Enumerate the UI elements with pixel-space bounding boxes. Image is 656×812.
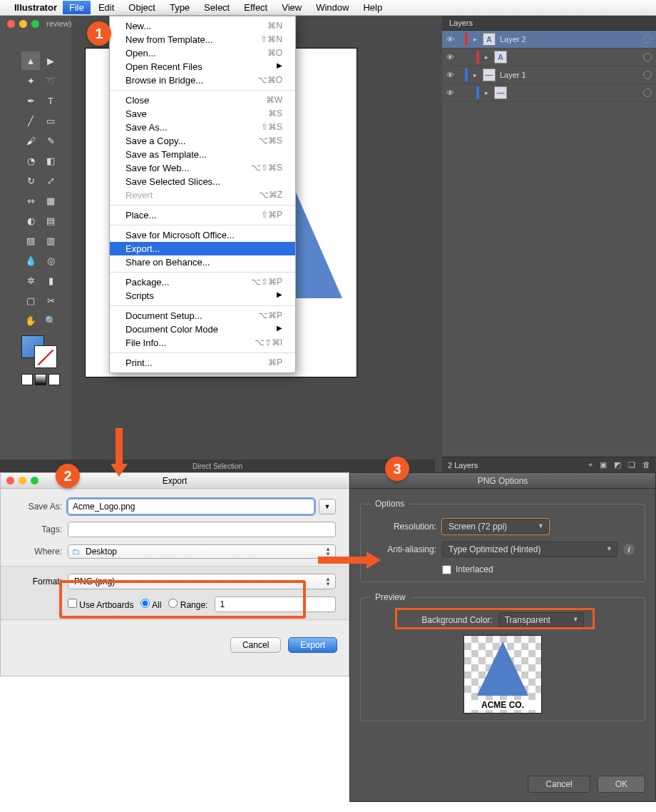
use-artboards-input[interactable]: [68, 599, 77, 608]
blob-brush-tool[interactable]: ◔: [21, 151, 40, 170]
free-transform-tool[interactable]: ▦: [41, 191, 60, 210]
stroke-swatch[interactable]: [34, 345, 57, 368]
magic-wand-tool[interactable]: ✦: [21, 71, 40, 90]
layer-row[interactable]: 👁▸—: [442, 84, 656, 102]
direct-selection-tool[interactable]: ▶: [41, 51, 60, 70]
pen-tool[interactable]: ✒: [21, 91, 40, 110]
menu-item[interactable]: Open...⌘O: [110, 46, 295, 60]
menu-item[interactable]: Browse in Bridge...⌥⌘O: [110, 73, 295, 87]
zoom-tool[interactable]: 🔍: [41, 311, 60, 330]
menu-file[interactable]: File: [63, 1, 91, 14]
expand-save-panel-button[interactable]: ▼: [319, 499, 336, 514]
use-artboards-checkbox[interactable]: Use Artboards: [68, 599, 133, 610]
target-icon[interactable]: [643, 88, 652, 97]
menu-item[interactable]: Save a Copy...⌥⌘S: [110, 134, 295, 148]
menu-edit[interactable]: Edit: [92, 1, 121, 14]
mesh-tool[interactable]: ▨: [21, 231, 40, 250]
layer-name[interactable]: Layer 2: [500, 35, 639, 44]
minimize-icon[interactable]: [19, 20, 27, 28]
slice-tool[interactable]: ✂: [41, 291, 60, 310]
info-icon[interactable]: i: [623, 544, 635, 555]
range-radio[interactable]: Range:: [168, 599, 207, 610]
locate-object-icon[interactable]: ⌖: [588, 460, 593, 470]
menu-item[interactable]: Open Recent Files▶: [110, 60, 295, 73]
zoom-icon[interactable]: [31, 20, 39, 28]
eraser-tool[interactable]: ◧: [41, 151, 60, 170]
app-name[interactable]: Illustrator: [14, 2, 57, 13]
line-tool[interactable]: ╱: [21, 111, 40, 130]
menu-item[interactable]: Place...⇧⌘P: [110, 208, 295, 222]
menu-item[interactable]: Print...⌘P: [110, 356, 295, 370]
new-sublayer-icon[interactable]: ◩: [614, 460, 621, 470]
zoom-icon[interactable]: [31, 477, 39, 484]
layer-row[interactable]: 👁▸ALayer 2: [442, 31, 656, 49]
menu-type[interactable]: Type: [163, 1, 196, 14]
menu-select[interactable]: Select: [198, 1, 236, 14]
shape-builder-tool[interactable]: ◐: [21, 211, 40, 230]
delete-layer-icon[interactable]: 🗑: [642, 460, 650, 470]
hand-tool[interactable]: ✋: [21, 311, 40, 330]
export-button[interactable]: Export: [288, 637, 337, 653]
visibility-eye-icon[interactable]: 👁: [446, 53, 456, 61]
disclosure-triangle-icon[interactable]: ▸: [473, 71, 477, 78]
menu-item[interactable]: New...⌘N: [110, 19, 295, 33]
visibility-eye-icon[interactable]: 👁: [446, 88, 456, 97]
symbol-sprayer-tool[interactable]: ✲: [21, 271, 40, 290]
eyedropper-tool[interactable]: 💧: [21, 251, 40, 270]
color-mode-swatch[interactable]: [21, 374, 33, 385]
none-mode-swatch[interactable]: [48, 374, 60, 385]
menu-item[interactable]: Document Color Mode▶: [110, 323, 295, 336]
cancel-button[interactable]: Cancel: [528, 776, 590, 793]
scale-tool[interactable]: ⤢: [41, 171, 60, 190]
close-icon[interactable]: [6, 477, 14, 484]
disclosure-triangle-icon[interactable]: ▸: [485, 89, 488, 96]
gradient-tool[interactable]: ▥: [41, 231, 60, 250]
pencil-tool[interactable]: ✎: [41, 131, 60, 150]
target-icon[interactable]: [643, 71, 652, 79]
menu-item[interactable]: Save⌘S: [110, 107, 295, 121]
target-icon[interactable]: [643, 53, 652, 61]
width-tool[interactable]: ⇔: [21, 191, 40, 210]
artboard-tool[interactable]: ▢: [21, 291, 40, 310]
fill-stroke-indicator[interactable]: [21, 335, 61, 370]
make-clipping-mask-icon[interactable]: ▣: [600, 460, 607, 470]
menu-item[interactable]: Save Selected Slices...: [110, 175, 295, 188]
target-icon[interactable]: [643, 35, 652, 44]
anti-aliasing-dropdown[interactable]: Type Optimized (Hinted) ▼: [442, 542, 617, 557]
rectangle-tool[interactable]: ▭: [41, 111, 60, 130]
new-layer-icon[interactable]: ❏: [628, 460, 635, 470]
perspective-grid-tool[interactable]: ▤: [41, 211, 60, 230]
rotate-tool[interactable]: ↻: [21, 171, 40, 190]
menu-view[interactable]: View: [275, 1, 308, 14]
menu-item[interactable]: New from Template...⇧⌘N: [110, 33, 295, 46]
menu-effect[interactable]: Effect: [237, 1, 274, 14]
filename-input[interactable]: Acme_Logo.png: [68, 499, 314, 514]
layer-row[interactable]: 👁▸—Layer 1: [442, 66, 656, 84]
all-radio-input[interactable]: [140, 599, 150, 608]
menu-item[interactable]: Close⌘W: [110, 93, 295, 107]
cancel-button[interactable]: Cancel: [230, 637, 281, 653]
window-controls[interactable]: [7, 20, 39, 28]
column-graph-tool[interactable]: ▮: [41, 271, 60, 290]
disclosure-triangle-icon[interactable]: ▸: [485, 54, 488, 61]
ok-button[interactable]: OK: [598, 776, 645, 793]
range-radio-input[interactable]: [168, 599, 178, 608]
blend-tool[interactable]: ◎: [41, 251, 60, 270]
paintbrush-tool[interactable]: 🖌: [21, 131, 40, 150]
tags-input[interactable]: [68, 522, 336, 537]
menu-item[interactable]: Save as Template...: [110, 148, 295, 161]
type-tool[interactable]: T: [41, 91, 60, 110]
layer-row[interactable]: 👁▸A: [442, 49, 656, 66]
menu-item[interactable]: Package...⌥⇧⌘P: [110, 275, 295, 289]
menu-item[interactable]: Save As...⇧⌘S: [110, 121, 295, 134]
menu-item[interactable]: Share on Behance...: [110, 255, 295, 269]
interlaced-checkbox[interactable]: [442, 565, 451, 574]
resolution-dropdown[interactable]: Screen (72 ppi) ▼: [442, 519, 549, 534]
menu-item[interactable]: Save for Web...⌥⇧⌘S: [110, 161, 295, 175]
menu-window[interactable]: Window: [309, 1, 355, 14]
selection-tool[interactable]: ▲: [21, 51, 40, 70]
minimize-icon[interactable]: [19, 477, 26, 484]
menu-item[interactable]: Save for Microsoft Office...: [110, 228, 295, 242]
gradient-mode-swatch[interactable]: [35, 374, 46, 385]
where-dropdown[interactable]: 🗀 Desktop ▲▼: [68, 544, 336, 559]
